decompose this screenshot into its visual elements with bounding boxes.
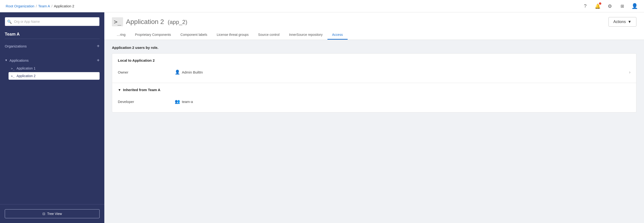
content-area: >_ Application 2 (app_2) Actions ▼ …ring… (104, 12, 644, 223)
application-list: >_ Application 1 >_ Application 2 (5, 64, 100, 80)
role-user-team: 👥 team-a (175, 99, 630, 104)
content-header: >_ Application 2 (app_2) Actions ▼ …ring… (104, 12, 644, 40)
role-user-admin: 👤 Admin BuiltIn (175, 70, 629, 75)
expand-icon: ▼ (5, 58, 8, 62)
tab-proprietary-components[interactable]: Proprietary Components (130, 30, 176, 40)
gear-icon: ⚙ (608, 3, 612, 9)
help-button[interactable]: ? (582, 2, 589, 10)
breadcrumb-current: Application 2 (54, 4, 74, 8)
role-label-developer: Developer (118, 100, 175, 104)
app-icon-2: >_ (11, 74, 15, 78)
breadcrumb-team[interactable]: Team A (38, 4, 50, 8)
nav-icons: ? 🔔 ⚙ ⊞ 👤 (582, 2, 638, 10)
tab-access[interactable]: Access (328, 30, 348, 40)
tab-ring[interactable]: …ring (112, 30, 130, 40)
organizations-group: Organizations + (0, 39, 104, 53)
app-label-2: Application 2 (16, 74, 36, 78)
inherited-title-text: Inherited from Team A (123, 88, 160, 92)
actions-label: Actions (614, 20, 626, 24)
app-name-heading: Application 2 (app_2) (126, 18, 187, 26)
local-section-title: Local to Application 2 (118, 58, 630, 62)
actions-button[interactable]: Actions ▼ (608, 17, 636, 26)
search-input[interactable] (5, 17, 100, 26)
inherited-section: ▼ Inherited from Team A Developer 👥 team… (112, 83, 636, 112)
app-id: (app_2) (168, 19, 187, 25)
app-icon-1: >_ (11, 67, 15, 70)
table-row[interactable]: Developer 👥 team-a (118, 96, 630, 108)
organizations-header[interactable]: Organizations + (5, 42, 100, 50)
user-name-admin: Admin BuiltIn (182, 70, 203, 74)
inherited-title: ▼ Inherited from Team A (118, 88, 630, 92)
actions-dropdown-icon: ▼ (628, 20, 632, 24)
breadcrumb-sep-2: / (52, 4, 52, 8)
tree-view-label: Tree View (47, 212, 62, 216)
user-button[interactable]: 👤 (631, 2, 638, 10)
tree-view-icon: ⊡ (42, 212, 45, 216)
add-application-button[interactable]: + (97, 58, 100, 63)
tab-source-control[interactable]: Source control (254, 30, 284, 40)
settings-button[interactable]: ⚙ (606, 2, 614, 10)
app-name: Application 2 (126, 18, 164, 26)
local-section: Local to Application 2 Owner 👤 Admin Bui… (112, 54, 636, 83)
user-name-team: team-a (182, 100, 193, 104)
group-icon: 👥 (175, 99, 180, 104)
sidebar-item-application-1[interactable]: >_ Application 1 (8, 64, 100, 72)
users-card: Local to Application 2 Owner 👤 Admin Bui… (112, 54, 636, 112)
table-row[interactable]: Owner 👤 Admin BuiltIn › (118, 66, 630, 78)
app-title: >_ Application 2 (app_2) (112, 17, 187, 26)
tab-license-threat-groups[interactable]: License threat groups (212, 30, 254, 40)
tree-view-button[interactable]: ⊡ Tree View (5, 209, 100, 218)
role-label-owner: Owner (118, 70, 175, 74)
user-avatar-icon: 👤 (632, 3, 638, 9)
notifications-button[interactable]: 🔔 (594, 2, 601, 10)
tab-innersource-repository[interactable]: InnerSource repository (284, 30, 328, 40)
user-icon: 👤 (175, 70, 180, 75)
organizations-label: Organizations (5, 44, 27, 48)
breadcrumb-root[interactable]: Root Organization (6, 4, 34, 8)
help-icon: ? (584, 3, 586, 9)
tabs: …ring Proprietary Components Component l… (112, 30, 636, 40)
sidebar-item-application-2[interactable]: >_ Application 2 (8, 72, 100, 80)
app-label-1: Application 1 (16, 66, 36, 70)
add-organization-button[interactable]: + (97, 44, 100, 48)
breadcrumb-sep-1: / (36, 4, 37, 8)
sidebar: 🔍 Team A Organizations + ▼ Applications … (0, 12, 104, 223)
content-body: Application 2 users by role. Local to Ap… (104, 40, 644, 223)
app-title-row: >_ Application 2 (app_2) Actions ▼ (112, 17, 636, 26)
app-title-icon: >_ (112, 17, 123, 26)
applications-group: ▼ Applications + >_ Application 1 >_ App… (0, 53, 104, 82)
applications-label: Applications (10, 58, 29, 62)
notification-badge (599, 2, 601, 5)
users-by-role-title: Application 2 users by role. (112, 46, 636, 50)
applications-header[interactable]: ▼ Applications + (5, 56, 100, 64)
tab-component-labels[interactable]: Component labels (176, 30, 212, 40)
search-box: 🔍 (5, 17, 100, 26)
sidebar-bottom: ⊡ Tree View (0, 204, 104, 223)
grid-button[interactable]: ⊞ (618, 2, 626, 10)
top-nav: Root Organization / Team A / Application… (0, 0, 644, 12)
search-icon: 🔍 (7, 20, 12, 24)
grid-icon: ⊞ (620, 4, 624, 9)
chevron-down-icon: ▼ (118, 88, 121, 92)
breadcrumb: Root Organization / Team A / Application… (6, 4, 74, 8)
sidebar-team-title: Team A (0, 26, 104, 39)
chevron-right-icon: › (629, 70, 630, 75)
